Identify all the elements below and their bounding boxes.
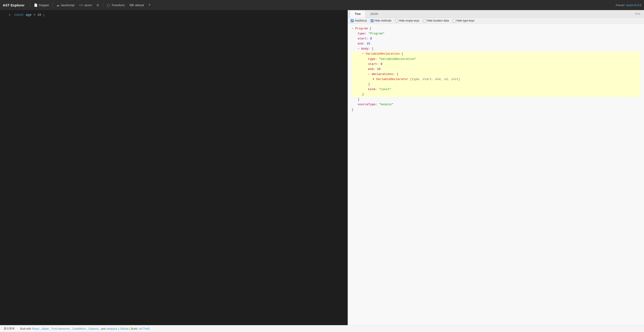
tab-tree[interactable]: Tree bbox=[350, 10, 365, 18]
kind-key: kind: bbox=[368, 87, 377, 92]
body-collapse-btn[interactable]: - bbox=[358, 46, 359, 51]
footer-built-text: Built with bbox=[20, 327, 31, 330]
vardeclarator-expand-btn[interactable]: + bbox=[372, 77, 374, 82]
type-key: type: bbox=[358, 31, 366, 36]
parser-version-link[interactable]: acorn-8.3.0 bbox=[626, 4, 641, 7]
footer-express-link[interactable]: Express bbox=[89, 327, 98, 330]
tree-program-close-row: } bbox=[352, 107, 640, 112]
nav-transform-label: Transform bbox=[112, 4, 125, 7]
nav-parser-label: acorn bbox=[84, 4, 92, 7]
help-icon: ? bbox=[148, 4, 150, 7]
footer-menu-label[interactable]: 显示菜单 bbox=[4, 327, 15, 331]
options-bar: Autofocus Hide methods Hide empty keys H… bbox=[348, 18, 644, 24]
language-icon: ☁ bbox=[56, 4, 59, 7]
keyboard-icon: ⌨ bbox=[130, 4, 134, 7]
hide-type-keys-label: Hide type keys bbox=[456, 19, 475, 22]
option-hide-empty-keys[interactable]: Hide empty keys bbox=[395, 19, 420, 22]
parser-info: Parser: acorn-8.3.0 bbox=[616, 4, 641, 7]
footer-babel-link[interactable]: Babel bbox=[42, 327, 49, 330]
footer-fontawesome-link[interactable]: Font Awesome bbox=[52, 327, 70, 330]
tree-vardecl-end-row: end: 15 bbox=[352, 67, 640, 72]
line-number-1: 1 bbox=[4, 12, 10, 18]
tree-end-row: end: 15 bbox=[352, 41, 640, 46]
hide-location-data-label: Hide location data bbox=[427, 19, 449, 22]
declarations-key: declarations: bbox=[372, 72, 395, 77]
tree-declarations-row: - declarations: [ bbox=[352, 72, 640, 77]
type-value: "Program" bbox=[368, 31, 384, 36]
option-hide-methods[interactable]: Hide methods bbox=[370, 19, 392, 22]
tree-vardeclarator-row: + VariableDeclarator {type, start, end, … bbox=[352, 77, 640, 82]
footer-webpack-link[interactable]: webpack bbox=[106, 327, 117, 330]
vardeclarator-node-label[interactable]: VariableDeclarator bbox=[376, 77, 408, 82]
hide-methods-label: Hide methods bbox=[374, 19, 392, 22]
program-node-label[interactable]: Program bbox=[355, 26, 368, 31]
ast-panel: Tree JSON 2ms Autofocus Hide methods Hid… bbox=[348, 10, 644, 325]
nav-separator-1 bbox=[30, 3, 30, 7]
vardecl-type-value: "VariableDeclaration" bbox=[379, 57, 416, 62]
nav-help[interactable]: ? bbox=[146, 3, 152, 8]
nav-default[interactable]: ⌨ default bbox=[127, 3, 146, 8]
tree-vardecl-start-row: start: 0 bbox=[352, 62, 640, 67]
nav-default-label: default bbox=[135, 4, 144, 7]
nav-language[interactable]: ☁ JavaScript bbox=[54, 3, 77, 8]
vardecl-start-key: start: bbox=[368, 62, 379, 67]
brand-logo[interactable]: AST Explorer bbox=[3, 3, 24, 7]
tree-body-row: - body: [ bbox=[352, 46, 640, 51]
footer-build-hash-link[interactable]: a477e48 bbox=[139, 327, 150, 330]
footer-codemirror-link[interactable]: CodeMirror bbox=[72, 327, 86, 330]
var-value-18: 18 bbox=[37, 13, 41, 17]
start-value: 0 bbox=[370, 36, 372, 41]
hide-location-data-checkbox[interactable] bbox=[423, 19, 426, 22]
vardecl-end-value: 15 bbox=[377, 67, 381, 72]
nav-settings[interactable]: ⚙ bbox=[94, 3, 102, 8]
transform-icon: ◯ bbox=[107, 4, 110, 7]
option-autofocus[interactable]: Autofocus bbox=[351, 19, 367, 22]
declarations-collapse-btn[interactable]: - bbox=[368, 72, 370, 77]
program-collapse-btn[interactable]: - bbox=[352, 26, 354, 31]
footer-github-link[interactable]: GitHub bbox=[120, 327, 128, 330]
code-editor[interactable]: 1 const age = 18 ; bbox=[0, 10, 348, 325]
tree-vardecl-close-row: } bbox=[352, 92, 640, 97]
navbar: AST Explorer 📄 Snippet ☁ JavaScript </> … bbox=[0, 0, 644, 10]
vardecl-end-key: end: bbox=[368, 67, 375, 72]
autofocus-label: Autofocus bbox=[354, 19, 367, 22]
option-hide-location-data[interactable]: Hide location data bbox=[423, 19, 449, 22]
code-icon: </> bbox=[79, 4, 84, 7]
main-area: 1 const age = 18 ; Tree JSON 2ms Autofoc… bbox=[0, 10, 644, 325]
body-key: body: bbox=[361, 46, 370, 51]
tree-kind-row: kind: "const" bbox=[352, 87, 640, 92]
snippet-icon: 📄 bbox=[34, 4, 38, 7]
tree-vardecl-type-row: type: "VariableDeclaration" bbox=[352, 57, 640, 62]
code-content-1: const age = 18 ; bbox=[14, 12, 45, 18]
sourcetype-value: "module" bbox=[379, 102, 393, 107]
hide-empty-keys-label: Hide empty keys bbox=[399, 19, 420, 22]
highlighted-variable-declaration: - VariableDeclaration { type: "VariableD… bbox=[352, 51, 640, 97]
parser-label: Parser: bbox=[616, 4, 626, 7]
var-name-age: age bbox=[26, 13, 32, 17]
vardecl-collapse-btn[interactable]: - bbox=[362, 51, 364, 56]
hide-empty-keys-checkbox[interactable] bbox=[395, 19, 398, 22]
ast-tree-content: - Program { type: "Program" start: 0 end… bbox=[348, 24, 644, 325]
hide-methods-checkbox[interactable] bbox=[370, 19, 374, 22]
nav-parser-selector[interactable]: </> acorn bbox=[77, 3, 94, 8]
nav-transform[interactable]: ◯ Transform bbox=[104, 3, 127, 8]
tab-json[interactable]: JSON bbox=[366, 10, 383, 18]
autofocus-checkbox[interactable] bbox=[351, 19, 354, 22]
footer-react-link[interactable]: React bbox=[32, 327, 39, 330]
option-hide-type-keys[interactable]: Hide type keys bbox=[453, 19, 475, 22]
tree-start-row: start: 0 bbox=[352, 36, 640, 41]
end-value: 15 bbox=[366, 41, 370, 46]
settings-icon: ⚙ bbox=[96, 4, 99, 7]
parse-time: 2ms bbox=[635, 12, 642, 15]
code-line-1: 1 const age = 18 ; bbox=[0, 12, 348, 18]
tree-program-row: - Program { bbox=[352, 26, 640, 31]
tree-vardecl-row: - VariableDeclaration { bbox=[352, 51, 640, 56]
ast-tabs-bar: Tree JSON 2ms bbox=[348, 10, 644, 18]
hide-type-keys-checkbox[interactable] bbox=[453, 19, 456, 22]
vardecl-node-label[interactable]: VariableDeclaration bbox=[366, 51, 400, 56]
nav-separator-3 bbox=[103, 3, 103, 7]
footer-build-label: Build: bbox=[131, 327, 138, 330]
nav-snippet-label: Snippet bbox=[39, 4, 49, 7]
vardecl-type-key: type: bbox=[368, 57, 377, 62]
nav-snippet[interactable]: 📄 Snippet bbox=[32, 3, 51, 8]
